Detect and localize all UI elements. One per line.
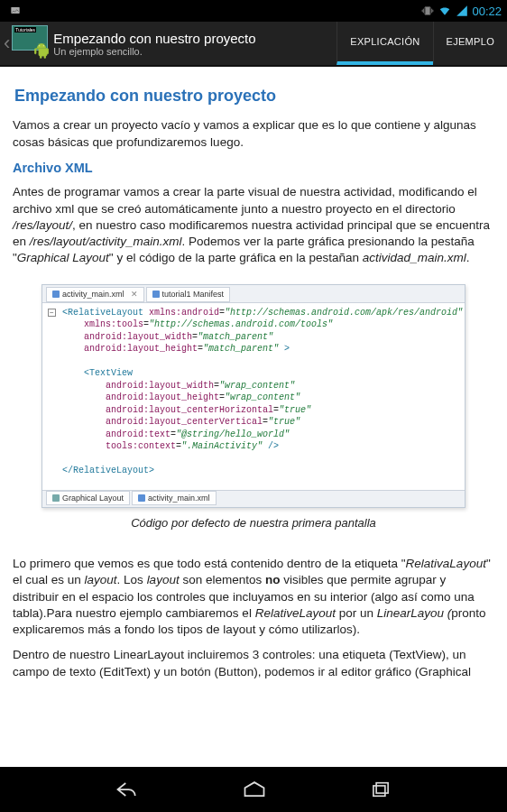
svg-rect-4 — [373, 786, 385, 796]
svg-rect-5 — [376, 783, 388, 793]
tab-explicacion[interactable]: EXPLICACIÓN — [336, 22, 432, 65]
fold-toggle-icon: − — [48, 309, 56, 317]
android-robot-icon — [33, 42, 50, 63]
layout-paragraph: Lo primero que vemos es que todo está co… — [13, 556, 494, 638]
editor-bottom-tab: activity_main.xml — [132, 491, 217, 505]
action-bar: ‹ Empezando con nuestro proyecto Un ejem… — [0, 22, 507, 67]
article-heading: Empezando con nuestro proyecto — [14, 85, 494, 106]
up-nav-icon[interactable]: ‹ — [0, 32, 12, 55]
figure-caption: Código por defecto de nuestra primera pa… — [13, 515, 494, 531]
xml-file-icon — [138, 494, 145, 502]
wifi-icon — [438, 5, 452, 17]
signal-icon — [456, 5, 468, 17]
manifest-file-icon — [152, 291, 160, 298]
controls-paragraph: Dentro de nuestro LinearLayout incluirem… — [13, 647, 494, 679]
editor-tabs-bottom: Graphical Layout activity_main.xml — [42, 490, 465, 507]
page-title: Empezando con nuestro proyecto — [53, 31, 255, 46]
status-time: 00:22 — [472, 5, 502, 18]
android-status-bar: 00:22 — [0, 0, 507, 22]
svg-point-2 — [40, 45, 41, 46]
section-heading-xml: Archivo XML — [13, 160, 494, 178]
code-body: −<RelativeLayout xmlns:android="http://s… — [42, 303, 465, 490]
svg-rect-1 — [426, 7, 430, 14]
android-nav-bar — [0, 767, 507, 812]
editor-tab: tutorial1 Manifest — [146, 287, 231, 301]
code-screenshot: activity_main.xml✕ tutorial1 Manifest −<… — [41, 284, 466, 507]
action-tabs: EXPLICACIÓN EJEMPLO — [336, 22, 507, 65]
xml-paragraph: Antes de programar vamos a crear la part… — [13, 184, 494, 266]
svg-point-3 — [43, 45, 44, 46]
vibrate-icon — [421, 5, 434, 17]
xml-file-icon — [52, 291, 60, 298]
editor-bottom-tab: Graphical Layout — [46, 491, 130, 505]
app-icon[interactable] — [12, 25, 48, 61]
editor-tabs-top: activity_main.xml✕ tutorial1 Manifest — [42, 285, 465, 302]
tab-ejemplo[interactable]: EJEMPLO — [433, 22, 507, 65]
back-button[interactable] — [115, 779, 140, 800]
article-content[interactable]: Empezando con nuestro proyecto Vamos a c… — [0, 67, 507, 767]
layout-icon — [52, 494, 60, 502]
recents-button[interactable] — [369, 779, 392, 800]
notification-icon — [9, 5, 22, 17]
editor-tab: activity_main.xml✕ — [46, 287, 144, 301]
page-subtitle: Un ejemplo sencillo. — [53, 46, 255, 57]
intro-paragraph: Vamos a crear un proyecto vacío y vamos … — [13, 117, 494, 150]
home-button[interactable] — [242, 779, 267, 800]
